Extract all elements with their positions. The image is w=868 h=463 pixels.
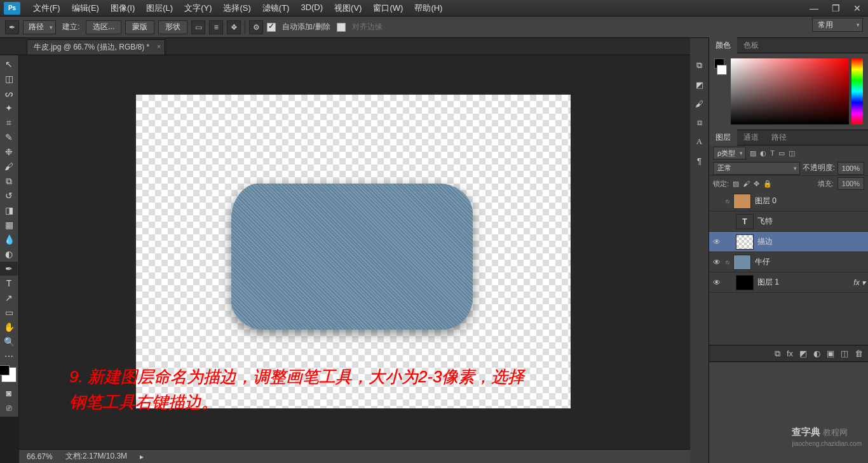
shape-tool[interactable]: ▭ (0, 305, 18, 319)
edit-toolbar[interactable]: ⋯ (0, 349, 18, 363)
status-arrow-icon[interactable]: ▸ (140, 452, 144, 461)
canvas[interactable]: 9. 新建图层命名为描边，调整画笔工具，大小为2-3像素，选择 钢笔工具右键描边… (136, 95, 571, 408)
menu-help[interactable]: 帮助(H) (409, 1, 447, 16)
swatches-tab[interactable]: 色板 (737, 37, 765, 53)
lock-pos-icon[interactable]: ✥ (754, 180, 759, 188)
layer-row[interactable]: 👁⎋牛仔 (709, 252, 868, 272)
menu-filter[interactable]: 滤镜(T) (257, 1, 295, 16)
char-panel-icon[interactable]: A (691, 133, 708, 150)
layer-row[interactable]: 👁描边 (709, 232, 868, 252)
color-tab[interactable]: 颜色 (709, 37, 737, 53)
align-checkbox[interactable] (337, 23, 346, 32)
menu-file[interactable]: 文件(F) (28, 1, 65, 16)
eyedropper-tool[interactable]: ✎ (0, 130, 18, 144)
pen-tool-icon[interactable]: ✒ (5, 20, 19, 34)
link-layers-icon[interactable]: ⧉ (775, 349, 780, 359)
menu-layer[interactable]: 图层(L) (141, 1, 178, 16)
hand-tool[interactable]: ✋ (0, 320, 18, 334)
close-tab-icon[interactable]: × (157, 43, 161, 50)
filter-adjust-icon[interactable]: ◐ (760, 149, 766, 158)
menu-view[interactable]: 视图(V) (329, 1, 367, 16)
mask-button[interactable]: 蒙版 (125, 20, 154, 34)
screen-mode[interactable]: ⎚ (0, 401, 18, 415)
gear-icon[interactable]: ⚙ (249, 20, 263, 34)
layer-row[interactable]: 👁图层 1fx ▾ (709, 272, 868, 293)
hue-slider[interactable] (851, 58, 863, 124)
properties-panel-icon[interactable]: ◩ (691, 76, 708, 93)
clone-tool[interactable]: ⧉ (0, 174, 18, 188)
pen-tool[interactable]: ✒ (0, 262, 18, 276)
para-panel-icon[interactable]: ¶ (691, 152, 708, 169)
layer-fx-icon[interactable]: fx (787, 349, 793, 358)
layer-name[interactable]: 牛仔 (755, 257, 770, 267)
path-align-icon[interactable]: ≡ (209, 20, 223, 34)
eraser-tool[interactable]: ◨ (0, 203, 18, 217)
fx-badge[interactable]: fx ▾ (853, 278, 865, 287)
menu-image[interactable]: 图像(I) (105, 1, 140, 16)
fill-input[interactable]: 100% (837, 177, 864, 190)
blur-tool[interactable]: 💧 (0, 232, 18, 246)
document-tab[interactable]: 牛皮.jpg @ 66.7% (描边, RGB/8) * × (27, 39, 165, 55)
new-layer-icon[interactable]: ◫ (841, 349, 848, 358)
layer-name[interactable]: 图层 1 (757, 277, 779, 288)
layer-filter-dropdown[interactable]: ρ 类型 (713, 147, 746, 159)
zoom-level[interactable]: 66.67% (27, 452, 53, 461)
layer-name[interactable]: 图层 0 (755, 196, 776, 206)
clone-panel-icon[interactable]: ⧈ (691, 114, 708, 131)
color-swatches[interactable] (1, 367, 17, 382)
menu-edit[interactable]: 编辑(E) (67, 1, 104, 16)
adjustment-layer-icon[interactable]: ◐ (813, 349, 820, 358)
spot-heal-tool[interactable]: ❉ (0, 145, 18, 159)
gradient-tool[interactable]: ▦ (0, 218, 18, 232)
blend-mode-dropdown[interactable]: 正常 (713, 162, 800, 175)
quick-mask[interactable]: ◙ (0, 386, 18, 400)
layer-name[interactable]: 描边 (757, 236, 773, 247)
selection-button[interactable]: 选区... (86, 20, 121, 34)
filter-type-icon[interactable]: T (770, 149, 775, 157)
workspace-dropdown[interactable]: 常用 (812, 18, 863, 32)
visibility-toggle[interactable]: 👁 (712, 258, 722, 267)
path-arrange-icon[interactable]: ❖ (227, 20, 241, 34)
shape-button[interactable]: 形状 (158, 20, 187, 34)
paths-tab[interactable]: 路径 (765, 130, 793, 145)
lasso-tool[interactable]: ᔕ (0, 86, 18, 100)
zoom-tool[interactable]: 🔍 (0, 335, 18, 349)
history-brush-tool[interactable]: ↺ (0, 189, 18, 203)
crop-tool[interactable]: ⌗ (0, 116, 18, 130)
foreground-swatch[interactable] (0, 365, 10, 375)
marquee-tool[interactable]: ◫ (0, 72, 18, 86)
lock-paint-icon[interactable]: 🖌 (743, 180, 750, 187)
opacity-input[interactable]: 100% (837, 162, 864, 175)
layers-tab[interactable]: 图层 (709, 130, 737, 145)
filter-image-icon[interactable]: ▨ (750, 149, 756, 158)
document-size[interactable]: 文档:2.17M/10.3M (65, 451, 127, 462)
maximize-button[interactable]: ❐ (825, 1, 846, 15)
filter-smart-icon[interactable]: ◫ (789, 149, 795, 158)
move-tool[interactable]: ↖ (0, 57, 18, 71)
lock-trans-icon[interactable]: ▨ (733, 180, 739, 188)
history-panel-icon[interactable]: ⧉ (691, 57, 708, 74)
menu-window[interactable]: 窗口(W) (368, 1, 408, 16)
menu-select[interactable]: 选择(S) (218, 1, 255, 16)
minimize-button[interactable]: — (803, 1, 825, 15)
visibility-toggle[interactable]: 👁 (712, 238, 722, 246)
menu-3d[interactable]: 3D(D) (295, 1, 328, 16)
close-button[interactable]: ✕ (846, 1, 868, 15)
path-mode-dropdown[interactable]: 路径 (23, 20, 56, 34)
brush-panel-icon[interactable]: 🖌 (691, 95, 708, 112)
path-select-tool[interactable]: ↗ (0, 291, 18, 305)
layer-row[interactable]: ⎋图层 0 (709, 191, 868, 211)
layer-row[interactable]: T飞特 (709, 211, 868, 232)
brush-tool[interactable]: 🖌 (0, 159, 18, 173)
auto-add-checkbox[interactable] (267, 23, 276, 32)
layer-group-icon[interactable]: ▣ (827, 349, 834, 358)
path-combine-icon[interactable]: ▭ (191, 20, 205, 34)
layer-name[interactable]: 飞特 (757, 216, 773, 227)
channels-tab[interactable]: 通道 (737, 130, 765, 145)
lock-all-icon[interactable]: 🔒 (763, 180, 772, 188)
filter-shape-icon[interactable]: ▭ (778, 149, 785, 158)
picker-swatches[interactable] (714, 58, 728, 124)
dodge-tool[interactable]: ◐ (0, 247, 18, 261)
color-field[interactable] (731, 58, 849, 124)
quick-select-tool[interactable]: ✦ (0, 101, 18, 115)
